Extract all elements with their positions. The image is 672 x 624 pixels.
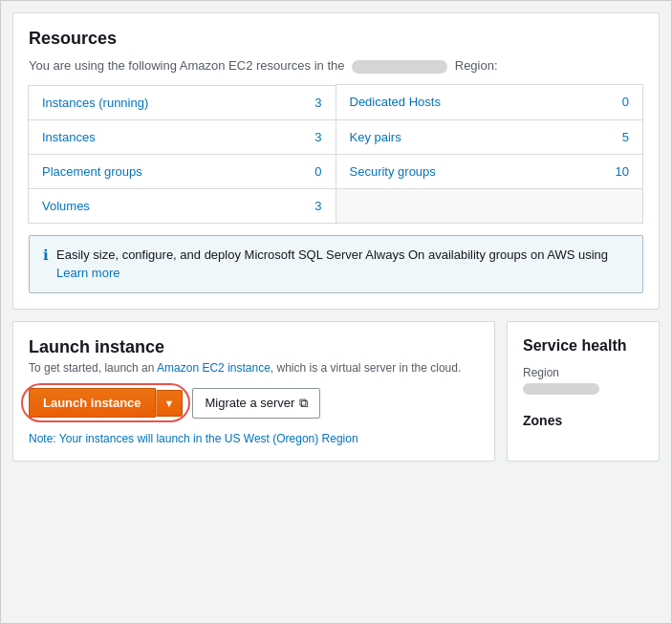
launch-panel: Launch instance To get started, launch a… <box>12 321 495 462</box>
launch-buttons: Launch instance ▼ Migrate a server ⧉ <box>29 388 479 419</box>
placement-groups-link[interactable]: Placement groups <box>42 164 142 179</box>
resources-panel: Resources You are using the following Am… <box>12 12 660 310</box>
resources-description: You are using the following Amazon EC2 r… <box>29 58 643 74</box>
launch-button-wrap: Launch instance ▼ <box>29 388 183 418</box>
migrate-button-label: Migrate a server <box>205 396 294 410</box>
service-health-panel: Service health Region Zones <box>507 321 660 462</box>
dropdown-arrow-icon: ▼ <box>164 398 175 409</box>
service-health-title: Service health <box>523 337 643 355</box>
info-text: Easily size, configure, and deploy Micro… <box>56 246 608 283</box>
placement-groups-count: 0 <box>314 164 321 179</box>
launch-description: To get started, launch an Amazon EC2 ins… <box>29 361 479 375</box>
launch-instance-button[interactable]: Launch instance <box>29 388 156 418</box>
external-link-icon: ⧉ <box>299 396 308 411</box>
launch-title: Launch instance <box>29 337 479 357</box>
key-pairs-link[interactable]: Key pairs <box>350 130 401 144</box>
resource-cell-security-groups: Security groups 10 <box>336 154 644 189</box>
volumes-count: 3 <box>314 199 321 213</box>
migrate-server-button[interactable]: Migrate a server ⧉ <box>192 388 320 419</box>
resource-cell-instances-running: Instances (running) 3 <box>28 85 336 120</box>
dedicated-hosts-count: 0 <box>622 95 629 109</box>
info-banner: ℹ Easily size, configure, and deploy Mic… <box>29 235 643 293</box>
dedicated-hosts-link[interactable]: Dedicated Hosts <box>350 95 441 109</box>
instances-running-link[interactable]: Instances (running) <box>42 96 148 110</box>
info-icon: ℹ <box>43 247 49 264</box>
resource-cell-placement-groups: Placement groups 0 <box>28 154 336 189</box>
instances-running-count: 3 <box>314 96 321 110</box>
region-placeholder <box>352 60 447 74</box>
zones-label: Zones <box>523 413 643 428</box>
launch-instance-dropdown[interactable]: ▼ <box>156 390 184 417</box>
resource-cell-empty <box>336 188 644 224</box>
resources-grid: Instances (running) 3 Dedicated Hosts 0 … <box>29 85 643 224</box>
instances-count: 3 <box>314 130 321 144</box>
resources-title: Resources <box>29 29 643 49</box>
launch-note: Note: Your instances will launch in the … <box>29 432 479 445</box>
resource-cell-volumes: Volumes 3 <box>28 188 336 224</box>
key-pairs-count: 5 <box>622 130 629 144</box>
volumes-link[interactable]: Volumes <box>42 199 90 213</box>
ec2-link[interactable]: Amazon EC2 instance <box>157 361 271 375</box>
region-label: Region <box>523 366 643 379</box>
resource-cell-key-pairs: Key pairs 5 <box>336 119 644 155</box>
security-groups-link[interactable]: Security groups <box>350 164 436 179</box>
region-value-placeholder <box>523 383 599 395</box>
learn-more-link[interactable]: Learn more <box>56 266 119 280</box>
resource-cell-dedicated-hosts: Dedicated Hosts 0 <box>336 84 644 120</box>
bottom-row: Launch instance To get started, launch a… <box>12 321 660 462</box>
security-groups-count: 10 <box>616 164 629 179</box>
instances-link[interactable]: Instances <box>42 130 96 144</box>
resource-cell-instances: Instances 3 <box>28 119 336 155</box>
